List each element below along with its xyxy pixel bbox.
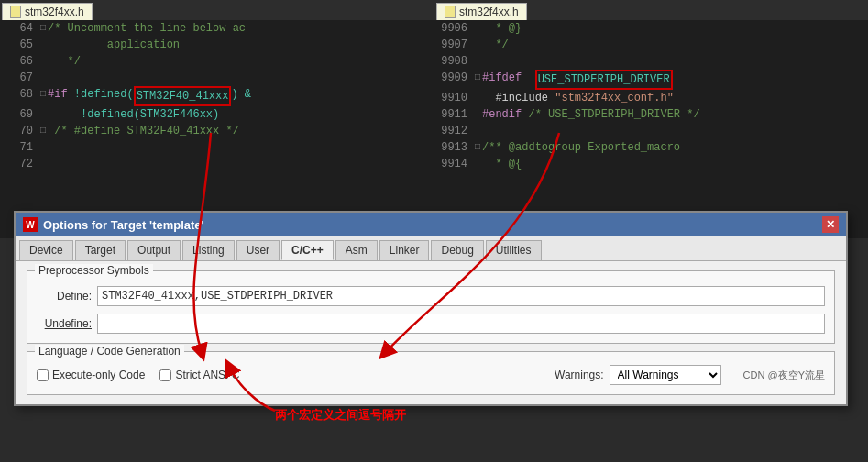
dialog-icon: W	[23, 217, 38, 232]
define-input[interactable]	[97, 286, 825, 306]
dialog-tabs: Device Target Output Listing User C/C++ …	[16, 236, 846, 261]
right-filename: stm32f4xx.h	[459, 6, 519, 18]
close-button[interactable]: ✕	[822, 216, 839, 233]
right-code-panel: stm32f4xx.h 9906 * @} 9907 */ 9908	[434, 0, 868, 238]
preprocessor-label: Preprocessor Symbols	[35, 264, 153, 277]
left-file-tab[interactable]: stm32f4xx.h	[2, 3, 93, 20]
right-file-tab[interactable]: stm32f4xx.h	[436, 3, 527, 20]
code-line: 9912	[434, 123, 868, 139]
dialog-body: Preprocessor Symbols Define: Undefine: L…	[16, 261, 846, 404]
code-line: 69 !defined(STM32F446xx)	[0, 106, 434, 123]
tab-user[interactable]: User	[236, 240, 280, 260]
left-filename: stm32f4xx.h	[25, 6, 84, 18]
code-line: 65 application	[0, 37, 434, 53]
code-line: 72	[0, 156, 434, 172]
strict-ansi-label: Strict ANSI C	[175, 368, 239, 381]
define-row: Define:	[37, 286, 825, 306]
code-line: 64 □ /* Uncomment the line below ac	[0, 20, 434, 37]
language-label: Language / Code Generation	[35, 345, 184, 358]
tab-linker[interactable]: Linker	[379, 240, 430, 260]
tab-output[interactable]: Output	[127, 240, 181, 260]
warnings-label: Warnings:	[555, 368, 604, 381]
options-dialog: W Options for Target 'template' ✕ Device…	[14, 211, 848, 406]
code-line: 70 □ /* #define STM32F40_41xxx */	[0, 123, 434, 139]
code-line: 9909 □ #ifdef USE_STDPERIPH_DRIVER	[434, 70, 868, 90]
watermark: CDN @夜空Y流星	[743, 368, 825, 382]
code-line: 9911 #endif /* USE_STDPERIPH_DRIVER */	[434, 106, 868, 123]
code-line: 9907 */	[434, 37, 868, 53]
dialog-title: Options for Target 'template'	[43, 218, 204, 232]
file-icon-right	[445, 6, 456, 18]
code-line: 67	[0, 70, 434, 86]
annotation-text: 两个宏定义之间逗号隔开	[275, 407, 406, 424]
tab-target[interactable]: Target	[75, 240, 126, 260]
define-label: Define:	[37, 290, 92, 302]
file-icon-left	[10, 6, 21, 18]
code-line: 71	[0, 139, 434, 156]
right-code-content: 9906 * @} 9907 */ 9908 9909 □ #ifdef	[434, 20, 868, 172]
execute-only-checkbox[interactable]: Execute-only Code	[37, 368, 145, 381]
code-line: 9914 * @{	[434, 156, 868, 172]
code-line: 9908	[434, 53, 868, 70]
code-line: 68 □ #if !defined(STM32F40_41xxx) &	[0, 86, 434, 106]
left-code-content: 64 □ /* Uncomment the line below ac 65 a…	[0, 20, 434, 172]
tab-listing[interactable]: Listing	[182, 240, 235, 260]
code-line: 9910 #include "stm32f4xx_conf.h"	[434, 90, 868, 106]
highlight-use-stdperiph: USE_STDPERIPH_DRIVER	[535, 70, 673, 90]
language-section: Language / Code Generation Execute-only …	[27, 351, 835, 395]
undefine-input[interactable]	[97, 314, 825, 334]
tab-debug[interactable]: Debug	[431, 240, 483, 260]
bottom-row: Execute-only Code Strict ANSI C Warnings…	[37, 365, 825, 385]
execute-only-label: Execute-only Code	[52, 368, 145, 381]
warnings-select[interactable]: All Warnings No Warnings MISRA Warnings	[610, 365, 721, 385]
tab-asm[interactable]: Asm	[335, 240, 378, 260]
undefine-label: Undefine:	[37, 317, 92, 330]
tab-cpp[interactable]: C/C++	[281, 240, 334, 260]
left-code-panel: stm32f4xx.h 64 □ /* Uncomment the line b…	[0, 0, 434, 238]
preprocessor-section: Preprocessor Symbols Define: Undefine:	[27, 270, 835, 344]
tab-device[interactable]: Device	[19, 240, 73, 260]
code-line: 66 */	[0, 53, 434, 70]
tab-utilities[interactable]: Utilities	[486, 240, 542, 260]
code-line: 9913 □ /** @addtogroup Exported_macro	[434, 139, 868, 156]
editor-area: stm32f4xx.h 64 □ /* Uncomment the line b…	[0, 0, 868, 238]
warnings-section: Warnings: All Warnings No Warnings MISRA…	[555, 365, 721, 385]
left-tab-bar[interactable]: stm32f4xx.h	[0, 0, 434, 20]
code-line: 9906 * @}	[434, 20, 868, 37]
right-tab-bar[interactable]: stm32f4xx.h	[434, 0, 868, 20]
highlight-stm32f40: STM32F40_41xxx	[134, 86, 232, 106]
strict-ansi-checkbox[interactable]: Strict ANSI C	[159, 368, 239, 381]
dialog-title-left: W Options for Target 'template'	[23, 217, 204, 232]
undefine-row: Undefine:	[37, 314, 825, 334]
dialog-title-bar: W Options for Target 'template' ✕	[16, 213, 846, 236]
